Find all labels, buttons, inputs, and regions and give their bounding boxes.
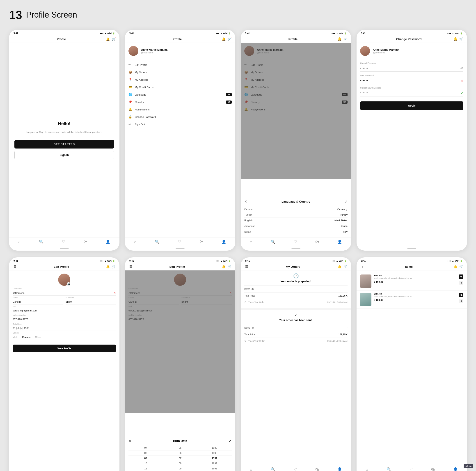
datepicker-modal[interactable]: ✕ Birth Date ✓ 07 05 1989 08 06 1990 <box>125 436 235 471</box>
confirm-password-field[interactable]: •••••• ✓ <box>360 90 463 97</box>
surname-field[interactable]: Bright <box>66 299 116 304</box>
menu-item-notifications[interactable]: 🔔 Notifycations <box>125 106 235 113</box>
tab-home-icon[interactable]: ⌂ <box>18 240 20 244</box>
save-profile-button[interactable]: Save Profile <box>13 345 116 352</box>
datepicker-confirm-icon[interactable]: ✓ <box>229 439 232 443</box>
menu-item-edit-profile[interactable]: ✏ Edit Profile <box>125 61 235 68</box>
order-2-items-row[interactable]: Items (3) › <box>244 324 348 331</box>
menu-icon-edit2[interactable]: ☰ <box>128 264 133 269</box>
menu-item-my-address[interactable]: 📍 My Address <box>125 76 235 83</box>
sign-in-button[interactable]: Sign In <box>15 151 114 159</box>
tab-profile-icon-8[interactable]: 👤 <box>453 467 458 471</box>
tab-cart-icon-3[interactable]: 🛍 <box>315 240 319 244</box>
lang-row-german[interactable]: German Germany <box>244 206 348 212</box>
tab-search-icon-8[interactable]: 🔍 <box>387 467 391 471</box>
tab-home-icon-8[interactable]: ⌂ <box>366 467 368 471</box>
cart-icon-hello[interactable]: 🛒 <box>111 37 116 41</box>
menu-icon-edit[interactable]: ☰ <box>13 264 17 269</box>
gender-male[interactable]: Male <box>13 336 18 338</box>
tab-home-icon-2[interactable]: ⌂ <box>134 240 136 244</box>
check-icon[interactable]: ✓ <box>461 91 463 95</box>
tab-heart-icon-7[interactable]: ♡ <box>294 467 297 471</box>
lang-row-turkish[interactable]: Turkish Turkey <box>244 212 348 218</box>
datepicker-row-3-selected[interactable]: 09 07 1991 <box>128 456 232 461</box>
menu-item-my-orders[interactable]: 📦 My Orders <box>125 68 235 76</box>
tab-cart-icon-7[interactable]: 🛍 <box>315 467 319 471</box>
bell-icon-edit[interactable]: 🔔 <box>105 264 110 269</box>
order-2-track-row[interactable]: ⏱ Track Your Order 09/11/2018 09:41 AM <box>244 337 348 344</box>
eye-icon[interactable]: 👁 <box>460 67 463 70</box>
bell-icon-password[interactable]: 🔔 <box>453 37 458 41</box>
bell-icon-orders[interactable]: 🔔 <box>337 264 342 269</box>
mail-field[interactable]: carolb.right@mail.com <box>13 308 116 313</box>
new-password-field[interactable]: •••••• ✕ <box>360 78 463 84</box>
username-clear-icon[interactable]: ✕ <box>114 291 116 294</box>
menu-item-country[interactable]: 📌 Country US <box>125 98 235 106</box>
cart-icon-password[interactable]: 🛒 <box>459 37 463 41</box>
menu-item-sign-out[interactable]: ↩ Sign Out <box>125 120 235 128</box>
tab-search-icon-2[interactable]: 🔍 <box>155 239 159 244</box>
bell-icon-hello[interactable]: 🔔 <box>105 37 110 41</box>
item-card-2[interactable]: BRAND Product details, size & color info… <box>357 290 467 309</box>
tab-profile-icon-7[interactable]: 👤 <box>337 467 342 471</box>
bell-icon-profile[interactable]: 🔔 <box>221 37 226 41</box>
tab-profile-icon-3[interactable]: 👤 <box>337 239 342 244</box>
cart-icon-edit2[interactable]: 🛒 <box>227 264 232 269</box>
menu-item-language[interactable]: 🌐 Language EN <box>125 91 235 98</box>
cart-icon-edit[interactable]: 🛒 <box>111 264 116 269</box>
tab-heart-icon-8[interactable]: ♡ <box>409 467 413 471</box>
tab-cart-icon-2[interactable]: 🛍 <box>200 240 203 244</box>
item-card-1[interactable]: BRAND Product details, size & color info… <box>357 272 467 290</box>
x-icon[interactable]: ✕ <box>461 79 463 83</box>
lang-row-italian[interactable]: Italian Italy <box>244 229 348 234</box>
lang-row-english[interactable]: English United States <box>244 218 348 223</box>
menu-item-credit-cards[interactable]: 💳 My Credit Cards <box>125 83 235 91</box>
tab-search-icon[interactable]: 🔍 <box>39 239 44 244</box>
tab-cart-icon-8[interactable]: 🛍 <box>431 467 435 471</box>
cart-icon-profile[interactable]: 🛒 <box>227 37 232 41</box>
username-field[interactable]: @filomena ✕ <box>13 290 116 296</box>
menu-icon-password[interactable]: ☰ <box>360 37 365 41</box>
datepicker-row-5[interactable]: 11 09 1993 <box>128 466 232 471</box>
menu-icon-lang[interactable]: ☰ <box>244 37 249 41</box>
tab-profile-icon[interactable]: 👤 <box>106 239 110 244</box>
tab-home-icon-3[interactable]: ⌂ <box>250 240 252 244</box>
back-icon-items[interactable]: ‹ <box>360 264 365 269</box>
edit-avatar[interactable]: 📷 <box>58 274 70 286</box>
tab-home-icon-7[interactable]: ⌂ <box>250 467 252 471</box>
current-password-field[interactable]: •••••• 👁 <box>360 65 463 72</box>
modal-confirm-icon[interactable]: ✓ <box>345 200 348 204</box>
bell-icon-edit2[interactable]: 🔔 <box>221 264 226 269</box>
name-field[interactable]: Carol B <box>13 299 63 304</box>
tab-heart-icon-2[interactable]: ♡ <box>178 239 181 244</box>
gender-female[interactable]: Famele <box>22 336 31 338</box>
mobile-field[interactable]: 857-498-5276 <box>13 317 116 322</box>
order-1-track-row[interactable]: ⏱ Track Your Order 09/11/2018 09:41 AM <box>244 299 348 305</box>
datepicker-close-icon[interactable]: ✕ <box>128 439 131 443</box>
tab-search-icon-7[interactable]: 🔍 <box>271 467 275 471</box>
tab-heart-icon-3[interactable]: ♡ <box>294 239 297 244</box>
bell-icon-items[interactable]: 🔔 <box>453 264 458 269</box>
order-1-items-row[interactable]: Items (3) › <box>244 285 348 292</box>
menu-icon-profile[interactable]: ☰ <box>128 37 133 41</box>
menu-icon-orders[interactable]: ☰ <box>244 264 249 269</box>
birthdate-field[interactable]: 09 | July | 1998 <box>13 326 116 331</box>
bell-icon-lang[interactable]: 🔔 <box>337 37 342 41</box>
tab-heart-icon[interactable]: ♡ <box>62 239 65 244</box>
datepicker-row-2[interactable]: 08 06 1990 <box>128 451 232 456</box>
cart-icon-items[interactable]: 🛒 <box>459 264 463 269</box>
datepicker-row-4[interactable]: 10 08 1992 <box>128 461 232 466</box>
get-started-button[interactable]: GET STARTED <box>15 140 114 149</box>
apply-button[interactable]: Apply <box>360 101 463 110</box>
gender-other[interactable]: Other <box>35 336 41 338</box>
tab-cart-icon[interactable]: 🛍 <box>84 240 87 244</box>
lang-country-modal[interactable]: ✕ Language & Country ✓ German Germany Tu… <box>241 196 351 237</box>
menu-item-change-password[interactable]: 🔒 Change Password <box>125 113 235 120</box>
tab-profile-icon-2[interactable]: 👤 <box>221 239 226 244</box>
datepicker-row-1[interactable]: 07 05 1989 <box>128 445 232 451</box>
cart-icon-orders[interactable]: 🛒 <box>343 264 348 269</box>
tab-search-icon-3[interactable]: 🔍 <box>271 239 275 244</box>
cart-icon-lang[interactable]: 🛒 <box>343 37 348 41</box>
modal-close-icon[interactable]: ✕ <box>244 200 247 204</box>
menu-icon-hello[interactable]: ☰ <box>13 37 17 41</box>
